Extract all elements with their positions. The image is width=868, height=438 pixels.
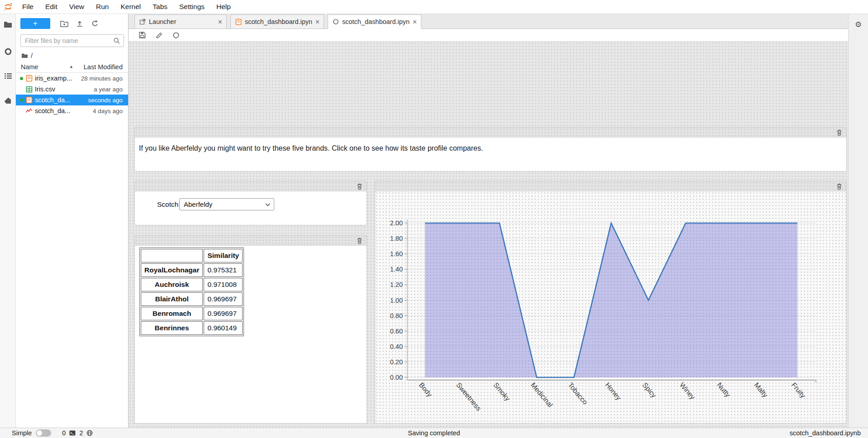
brand-name-cell[interactable]: Benromach [141, 307, 203, 320]
y-tick-label: 0.20 [390, 358, 403, 366]
x-category-label: Spicy [641, 381, 658, 399]
refresh-icon[interactable] [87, 18, 103, 29]
brand-name-cell[interactable]: Auchroisk [141, 278, 203, 291]
menu-view[interactable]: View [63, 3, 90, 11]
menu-bar: File Edit View Run Kernel Tabs Settings … [0, 0, 868, 14]
similarity-value-cell: 0.971008 [204, 278, 243, 291]
y-tick-label: 1.60 [390, 250, 403, 257]
file-filter-input[interactable] [20, 34, 124, 47]
save-icon[interactable] [138, 31, 146, 39]
taste-profile-chart-panel: 0.000.200.400.600.801.001.201.401.601.80… [375, 181, 847, 424]
area-fill [425, 223, 797, 377]
similarity-header-cell: Similarity [204, 249, 243, 262]
table-of-contents-icon[interactable] [0, 66, 16, 86]
extensions-icon[interactable] [0, 90, 16, 111]
close-icon[interactable]: ✕ [315, 19, 320, 25]
x-category-label: Fruity [790, 381, 807, 400]
folder-icon [21, 53, 28, 58]
table-row[interactable]: Benromach 0.969697 [141, 307, 243, 320]
running-kernels-icon[interactable] [0, 41, 16, 62]
file-row-scotch-dashboard-selected[interactable]: scotch_da... seconds ago [16, 95, 128, 105]
similarity-value-cell: 0.969697 [204, 307, 243, 320]
delete-cell-icon[interactable] [834, 182, 844, 190]
upload-icon[interactable] [72, 18, 87, 29]
x-category-label: Medicinal [529, 381, 554, 409]
render-dashboard-icon[interactable] [172, 32, 180, 39]
table-row[interactable]: RoyalLochnagar 0.975321 [141, 263, 243, 277]
close-icon[interactable]: ✕ [218, 19, 223, 25]
intro-text: If you like Aberfeldy you might want to … [135, 138, 846, 152]
brand-name-cell[interactable]: BlairAthol [141, 292, 203, 306]
scotch-field-label: Scotch [157, 200, 178, 209]
file-browser-icon[interactable] [0, 14, 16, 35]
menu-settings[interactable]: Settings [173, 3, 210, 11]
menu-run[interactable]: Run [90, 3, 114, 11]
breadcrumb[interactable]: / [16, 49, 128, 62]
empty-header-cell [141, 249, 203, 262]
table-row[interactable]: Auchroisk 0.971008 [141, 278, 243, 291]
similarity-value-cell: 0.960149 [204, 321, 243, 335]
similarity-table-panel: Similarity RoyalLochnagar 0.975321 Auchr… [134, 235, 367, 424]
table-row[interactable]: BlairAthol 0.969697 [141, 292, 243, 306]
delete-cell-icon[interactable] [354, 237, 364, 245]
file-row-iris-example[interactable]: iris_examp... 28 minutes ago [16, 73, 128, 84]
x-category-label: Malty [753, 381, 769, 399]
property-inspector-gear-icon[interactable]: ⚙ [849, 20, 868, 29]
file-name: iris_examp... [35, 75, 81, 82]
taste-profile-chart[interactable]: 0.000.200.400.600.801.001.201.401.601.80… [375, 191, 846, 423]
panel-drag-handle[interactable] [135, 128, 846, 138]
file-modified: 4 days ago [93, 108, 123, 114]
tab-launcher[interactable]: Launcher ✕ [134, 14, 227, 29]
file-name: scotch_da... [35, 96, 88, 104]
breadcrumb-root: / [31, 52, 33, 59]
brand-name-cell[interactable]: RoyalLochnagar [141, 263, 203, 277]
column-header-last-modified[interactable]: Last Modified [84, 63, 123, 71]
y-tick-label: 0.40 [390, 343, 403, 350]
brand-name-cell[interactable]: Benrinnes [141, 321, 203, 335]
sort-ascending-icon[interactable]: ▲ [69, 64, 73, 69]
panel-drag-handle[interactable] [135, 181, 367, 191]
file-name: scotch_da... [35, 107, 93, 114]
column-header-name[interactable]: Name [21, 63, 38, 71]
notebook-icon [235, 19, 242, 25]
menu-tabs[interactable]: Tabs [147, 3, 173, 11]
new-folder-icon[interactable] [57, 18, 72, 29]
search-icon [113, 37, 120, 44]
tab-dashboard-active[interactable]: scotch_dashboard.ipynb ✕ [328, 14, 421, 29]
jupyter-logo-icon [0, 2, 16, 12]
x-category-label: Honey [604, 381, 623, 401]
tab-notebook[interactable]: scotch_dashboard.ipynb ✕ [230, 14, 324, 29]
new-launcher-button[interactable]: + [20, 18, 50, 29]
y-tick-label: 2.00 [390, 219, 403, 227]
tab-label: scotch_dashboard.ipynb [245, 18, 312, 25]
menu-help[interactable]: Help [210, 3, 237, 11]
file-filter [20, 34, 124, 47]
file-list-header: Name ▲ Last Modified [16, 62, 128, 73]
delete-cell-icon[interactable] [354, 182, 364, 190]
panel-drag-handle[interactable] [375, 181, 846, 191]
menu-edit[interactable]: Edit [39, 3, 63, 11]
panel-drag-handle[interactable] [135, 236, 367, 246]
file-browser-panel: + [16, 14, 129, 428]
scotch-dropdown[interactable]: Aberfeldy [179, 198, 274, 210]
file-row-iris-csv[interactable]: Iris.csv a year ago [16, 84, 128, 95]
y-tick-label: 0.60 [390, 328, 403, 335]
file-row-scotch-data[interactable]: scotch_da... 4 days ago [16, 105, 128, 116]
table-header-row: Similarity [141, 249, 243, 262]
markdown-cell-panel: If you like Aberfeldy you might want to … [134, 127, 847, 171]
x-category-label: Smoky [492, 381, 512, 402]
current-file-label: scotch_dashboard.ipynb [790, 429, 861, 437]
delete-cell-icon[interactable] [834, 129, 844, 137]
table-row[interactable]: Benrinnes 0.960149 [141, 321, 243, 335]
csv-icon [24, 86, 33, 93]
close-icon[interactable]: ✕ [412, 19, 417, 25]
x-category-label: Tobacco [567, 381, 589, 406]
notebook-toolbar [129, 29, 848, 42]
y-tick-label: 1.80 [390, 235, 403, 242]
menu-file[interactable]: File [16, 3, 39, 11]
menu-kernel[interactable]: Kernel [114, 3, 147, 11]
x-category-label: Nutty [715, 381, 732, 399]
edit-icon[interactable] [156, 32, 163, 39]
similarity-value-cell: 0.975321 [204, 263, 243, 277]
scotch-dropdown-value: Aberfeldy [184, 200, 212, 208]
